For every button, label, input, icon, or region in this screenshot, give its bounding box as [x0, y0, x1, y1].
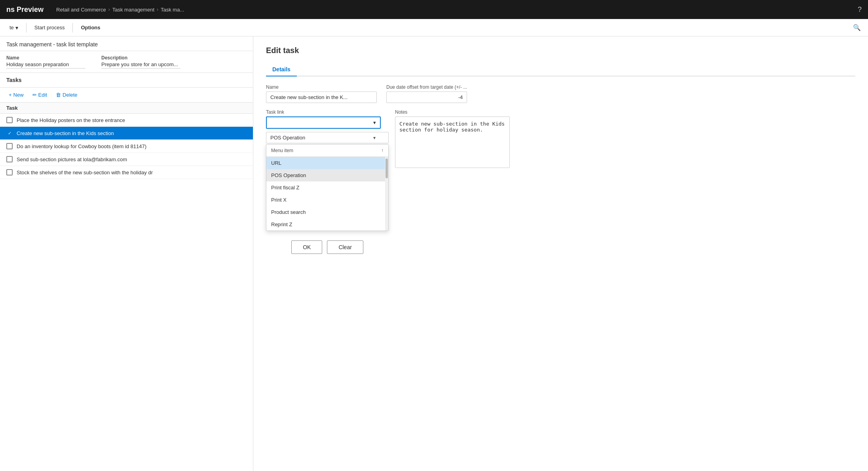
breadcrumb-item-3[interactable]: Task ma... — [161, 7, 184, 13]
delete-task-button[interactable]: 🗑 Delete — [52, 90, 82, 100]
app-title: ns Preview — [6, 6, 44, 14]
task-link-select[interactable]: ▾ — [266, 116, 381, 129]
breadcrumb-sep-2: › — [157, 7, 158, 12]
dropdown-col-label: Menu item — [271, 148, 293, 153]
dropdown-item-pos-operation[interactable]: POS Operation — [266, 169, 388, 181]
help-icon[interactable]: ? — [858, 6, 862, 14]
task-row[interactable]: Send sub-section pictures at lola@fabrik… — [0, 153, 253, 166]
delete-icon: 🗑 — [56, 92, 61, 98]
task-text-1: Place the Holiday posters on the store e… — [17, 117, 125, 123]
tab-details[interactable]: Details — [266, 63, 297, 76]
tasklink-label: Task link — [266, 109, 389, 115]
fields-row: Name Holiday season preparation Descript… — [0, 51, 253, 73]
search-icon-button[interactable]: 🔍 — [851, 21, 863, 34]
name-label: Name — [6, 55, 85, 61]
delete-label: Delete — [63, 92, 78, 98]
start-process-button[interactable]: Start process — [30, 22, 70, 33]
dropdown-chevron-icon: ▾ — [373, 135, 376, 141]
task-checkbox-3[interactable] — [6, 143, 13, 149]
task-row[interactable]: Place the Holiday posters on the store e… — [0, 114, 253, 127]
dropdown-list: Menu item ↑ URL POS Operation Print f — [266, 144, 389, 231]
dropdown-item-print-x[interactable]: Print X — [266, 194, 388, 206]
update-button[interactable]: te ▾ — [5, 22, 23, 33]
new-icon: + — [9, 92, 12, 98]
dialog-buttons: OK Clear — [266, 240, 389, 254]
dropdown-sort-icon[interactable]: ↑ — [381, 148, 384, 153]
task-row[interactable]: Stock the shelves of the new sub-section… — [0, 166, 253, 179]
task-checkbox-5[interactable] — [6, 169, 13, 175]
task-row[interactable]: Do an inventory lookup for Cowboy boots … — [0, 140, 253, 153]
duedate-group: Due date offset from target date (+/- ..… — [386, 84, 467, 103]
notes-label: Notes — [395, 109, 510, 115]
new-label: New — [13, 92, 24, 98]
chevron-down-icon: ▾ — [15, 25, 18, 31]
options-button[interactable]: Options — [76, 22, 105, 33]
dropdown-item-product-search[interactable]: Product search — [266, 206, 388, 218]
dropdown-list-header: Menu item ↑ — [266, 145, 388, 157]
dropdown-scroll-thumb — [386, 158, 388, 178]
tabs-row: Details — [266, 63, 855, 76]
clear-button[interactable]: Clear — [327, 240, 363, 254]
task-text-5: Stock the shelves of the new sub-section… — [17, 170, 153, 175]
dropdown-item-url[interactable]: URL — [266, 157, 388, 169]
task-checkbox-4[interactable] — [6, 156, 13, 162]
tasks-actions: + New ✏ Edit 🗑 Delete — [0, 88, 253, 103]
tasks-header: Tasks — [0, 73, 253, 88]
duedate-label: Due date offset from target date (+/- ..… — [386, 84, 467, 90]
description-field-group: Description Prepare you store for an upc… — [101, 55, 180, 69]
panel-title: Edit task — [266, 46, 855, 55]
task-text-4: Send sub-section pictures at lola@fabrik… — [17, 156, 127, 162]
name-value: Holiday season preparation — [6, 61, 85, 69]
dropdown-scroll-area: URL POS Operation Print fiscal Z Print X — [266, 157, 388, 231]
new-task-button[interactable]: + New — [5, 90, 28, 100]
name-form-label: Name — [266, 84, 377, 90]
notes-textarea[interactable]: Create new sub-section in the Kids secti… — [395, 116, 510, 168]
right-panel: Edit task Details Name Due date offset f… — [253, 36, 868, 471]
name-group: Name — [266, 84, 377, 103]
dropdown-scrollbar[interactable] — [385, 157, 388, 231]
edit-icon: ✏ — [32, 92, 37, 98]
main-layout: Task management - task list template Nam… — [0, 36, 868, 471]
toolbar: te ▾ Start process Options 🔍 — [0, 19, 868, 36]
edit-task-button[interactable]: ✏ Edit — [28, 90, 51, 100]
top-nav: ns Preview Retail and Commerce › Task ma… — [0, 0, 868, 19]
ok-button[interactable]: OK — [291, 240, 322, 254]
dropdown-item-reprint-z[interactable]: Reprint Z — [266, 218, 388, 231]
options-label: Options — [81, 25, 100, 31]
description-value: Prepare you store for an upcom... — [101, 61, 180, 69]
task-text-3: Do an inventory lookup for Cowboy boots … — [17, 143, 146, 149]
name-input[interactable] — [266, 92, 377, 103]
task-checkbox-2[interactable]: ✓ — [6, 130, 13, 136]
task-row[interactable]: ✓ Create new sub-section in the Kids sec… — [0, 127, 253, 140]
task-header-row: Task — [0, 103, 253, 114]
tasklink-notes-row: Task link ▾ POS Operation ▾ Menu ite — [266, 109, 855, 257]
task-header-label: Task — [6, 105, 18, 111]
dropdown-area: POS Operation ▾ Menu item ↑ URL — [266, 132, 389, 254]
name-field-group: Name Holiday season preparation — [6, 55, 85, 69]
start-process-label: Start process — [34, 25, 65, 31]
dropdown-item-print-fiscal-z[interactable]: Print fiscal Z — [266, 181, 388, 194]
page-title: Task management - task list template — [6, 41, 98, 48]
tasks-list: Task Place the Holiday posters on the st… — [0, 103, 253, 471]
breadcrumb-sep-1: › — [108, 7, 110, 12]
task-text-2: Create new sub-section in the Kids secti… — [17, 130, 114, 136]
breadcrumb-item-2[interactable]: Task management — [112, 7, 154, 13]
name-duedate-row: Name Due date offset from target date (+… — [266, 84, 855, 103]
check-icon: ✓ — [8, 131, 11, 136]
duedate-input[interactable] — [386, 92, 467, 103]
dropdown-selected[interactable]: POS Operation ▾ — [266, 132, 389, 143]
task-checkbox-1[interactable] — [6, 117, 13, 123]
notes-group: Notes Create new sub-section in the Kids… — [395, 109, 510, 168]
breadcrumb-item-1[interactable]: Retail and Commerce — [56, 7, 106, 13]
toolbar-separator-1 — [26, 23, 27, 32]
left-panel: Task management - task list template Nam… — [0, 36, 253, 471]
description-label: Description — [101, 55, 180, 61]
page-title-bar: Task management - task list template — [0, 36, 253, 51]
tasklink-chevron-icon: ▾ — [373, 120, 376, 126]
search-icon: 🔍 — [853, 24, 861, 31]
edit-label: Edit — [38, 92, 47, 98]
update-label: te — [9, 25, 14, 31]
tasklink-group: Task link ▾ POS Operation ▾ Menu ite — [266, 109, 389, 254]
breadcrumb: Retail and Commerce › Task management › … — [56, 7, 184, 13]
dropdown-value: POS Operation — [270, 135, 305, 141]
